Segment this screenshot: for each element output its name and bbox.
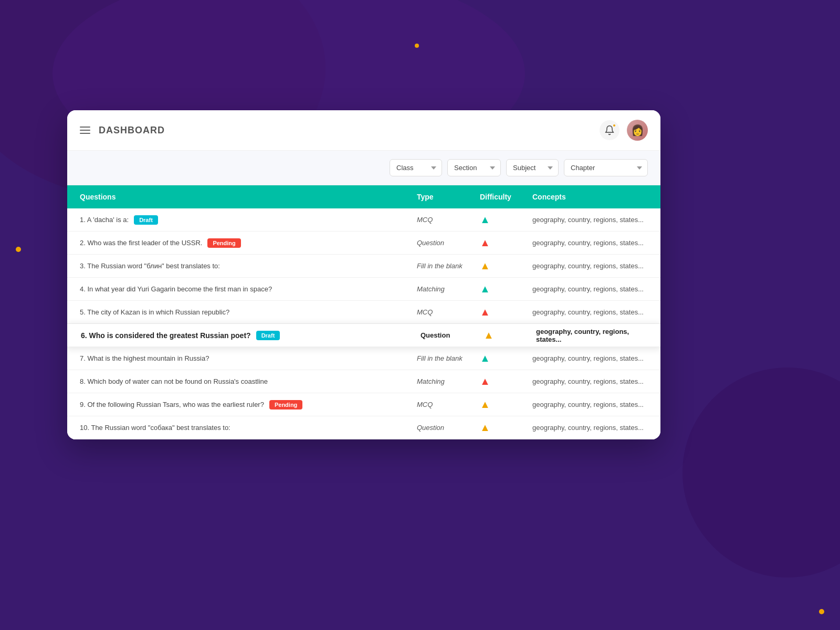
cell-question: 1. A 'dacha' is a:Draft <box>80 209 417 231</box>
question-badge: Pending <box>269 400 302 410</box>
table-body: 1. A 'dacha' is a:DraftMCQ▲geography, co… <box>67 208 660 439</box>
cell-question: 3. The Russian word "блин" best translat… <box>80 256 417 276</box>
avatar-emoji: 👩 <box>631 124 644 136</box>
table-header: Questions Type Difficulty Concepts <box>67 185 660 208</box>
cell-concepts: geography, country, regions, states... <box>532 216 648 224</box>
cell-difficulty: ▲ <box>480 306 532 318</box>
difficulty-icon: ▲ <box>480 237 490 249</box>
table-row[interactable]: 8. Which body of water can not be found … <box>67 370 660 393</box>
dot-bottom-right <box>819 609 824 614</box>
cell-question: 4. In what year did Yuri Gagarin become … <box>80 279 417 299</box>
menu-icon[interactable] <box>80 127 90 134</box>
cell-difficulty: ▲ <box>480 214 532 226</box>
chapter-filter[interactable]: Chapter Chapter 1 Chapter 2 <box>564 159 648 176</box>
difficulty-icon: ▲ <box>480 352 490 364</box>
cell-concepts: geography, country, regions, states... <box>536 328 652 343</box>
table-row[interactable]: 3. The Russian word "блин" best translat… <box>67 255 660 278</box>
table-row[interactable]: 7. What is the highest mountain in Russi… <box>67 347 660 370</box>
table-row[interactable]: 1. A 'dacha' is a:DraftMCQ▲geography, co… <box>67 208 660 232</box>
cell-question: 7. What is the highest mountain in Russi… <box>80 348 417 369</box>
question-text: 7. What is the highest mountain in Russi… <box>80 354 209 362</box>
cell-type: MCQ <box>417 308 480 316</box>
bg-circle-right <box>682 368 840 578</box>
cell-difficulty: ▲ <box>484 329 536 341</box>
question-text: 3. The Russian word "блин" best translat… <box>80 262 220 270</box>
difficulty-icon: ▲ <box>480 398 490 411</box>
question-text: 1. A 'dacha' is a: <box>80 216 129 224</box>
cell-difficulty: ▲ <box>480 422 532 434</box>
question-badge: Pending <box>207 238 240 248</box>
question-badge: Draft <box>256 331 280 340</box>
cell-difficulty: ▲ <box>480 375 532 387</box>
cell-type: MCQ <box>417 216 480 224</box>
cell-question: 9. Of the following Russian Tsars, who w… <box>80 394 417 416</box>
cell-concepts: geography, country, regions, states... <box>532 308 648 316</box>
notification-button[interactable] <box>600 120 620 140</box>
cell-type: MCQ <box>417 401 480 408</box>
dot-left <box>16 247 21 252</box>
table-row[interactable]: 9. Of the following Russian Tsars, who w… <box>67 393 660 416</box>
question-text: 9. Of the following Russian Tsars, who w… <box>80 401 264 408</box>
cell-type: Question <box>421 331 484 339</box>
filter-bar: Class Class 1 Class 2 Class 3 Section Se… <box>67 151 660 185</box>
cell-question: 2. Who was the first leader of the USSR.… <box>80 232 417 254</box>
cell-difficulty: ▲ <box>480 260 532 272</box>
cell-question: 6. Who is considered the greatest Russia… <box>81 324 421 346</box>
cell-difficulty: ▲ <box>480 237 532 249</box>
questions-table: Questions Type Difficulty Concepts 1. A … <box>67 185 660 439</box>
table-row[interactable]: 4. In what year did Yuri Gagarin become … <box>67 278 660 301</box>
question-text: 4. In what year did Yuri Gagarin become … <box>80 285 272 293</box>
question-text: 5. The city of Kazan is in which Russian… <box>80 308 229 316</box>
table-row[interactable]: 10. The Russian word "собака" best trans… <box>67 416 660 439</box>
main-card: DASHBOARD 👩 Class Class 1 Class 2 Class … <box>67 110 660 439</box>
difficulty-icon: ▲ <box>480 283 490 295</box>
cell-difficulty: ▲ <box>480 398 532 411</box>
cell-type: Matching <box>417 377 480 385</box>
cell-difficulty: ▲ <box>480 352 532 364</box>
difficulty-icon: ▲ <box>480 214 490 226</box>
table-row[interactable]: 6. Who is considered the greatest Russia… <box>67 324 660 347</box>
cell-question: 8. Which body of water can not be found … <box>80 371 417 392</box>
col-type: Type <box>417 193 480 201</box>
difficulty-icon: ▲ <box>484 329 494 341</box>
cell-type: Question <box>417 424 480 432</box>
header-actions: 👩 <box>600 120 648 141</box>
question-text: 6. Who is considered the greatest Russia… <box>81 331 251 340</box>
question-text: 2. Who was the first leader of the USSR. <box>80 239 202 247</box>
question-text: 8. Which body of water can not be found … <box>80 377 268 385</box>
table-row[interactable]: 2. Who was the first leader of the USSR.… <box>67 232 660 255</box>
cell-concepts: geography, country, regions, states... <box>532 285 648 293</box>
cell-type: Fill in the blank <box>417 354 480 362</box>
col-concepts: Concepts <box>532 193 648 201</box>
question-badge: Draft <box>134 215 158 225</box>
menu-line-1 <box>80 127 90 128</box>
cell-concepts: geography, country, regions, states... <box>532 377 648 385</box>
difficulty-icon: ▲ <box>480 375 490 387</box>
subject-filter[interactable]: Subject Math Science History <box>506 159 559 176</box>
cell-type: Fill in the blank <box>417 262 480 270</box>
cell-question: 5. The city of Kazan is in which Russian… <box>80 302 417 322</box>
col-questions: Questions <box>80 193 417 201</box>
cell-question: 10. The Russian word "собака" best trans… <box>80 417 417 438</box>
dot-top <box>415 44 419 48</box>
cell-concepts: geography, country, regions, states... <box>532 262 648 270</box>
cell-concepts: geography, country, regions, states... <box>532 239 648 247</box>
avatar[interactable]: 👩 <box>627 120 648 141</box>
difficulty-icon: ▲ <box>480 260 490 272</box>
cell-concepts: geography, country, regions, states... <box>532 424 648 432</box>
cell-difficulty: ▲ <box>480 283 532 295</box>
question-text: 10. The Russian word "собака" best trans… <box>80 424 230 432</box>
notification-dot <box>612 123 616 128</box>
menu-line-3 <box>80 133 90 134</box>
cell-concepts: geography, country, regions, states... <box>532 401 648 408</box>
section-filter[interactable]: Section Section A Section B <box>447 159 501 176</box>
difficulty-icon: ▲ <box>480 422 490 434</box>
class-filter[interactable]: Class Class 1 Class 2 Class 3 <box>390 159 442 176</box>
table-row[interactable]: 5. The city of Kazan is in which Russian… <box>67 301 660 324</box>
col-difficulty: Difficulty <box>480 193 532 201</box>
cell-type: Matching <box>417 285 480 293</box>
card-header: DASHBOARD 👩 <box>67 110 660 151</box>
page-title: DASHBOARD <box>99 125 600 136</box>
cell-concepts: geography, country, regions, states... <box>532 354 648 362</box>
cell-type: Question <box>417 239 480 247</box>
